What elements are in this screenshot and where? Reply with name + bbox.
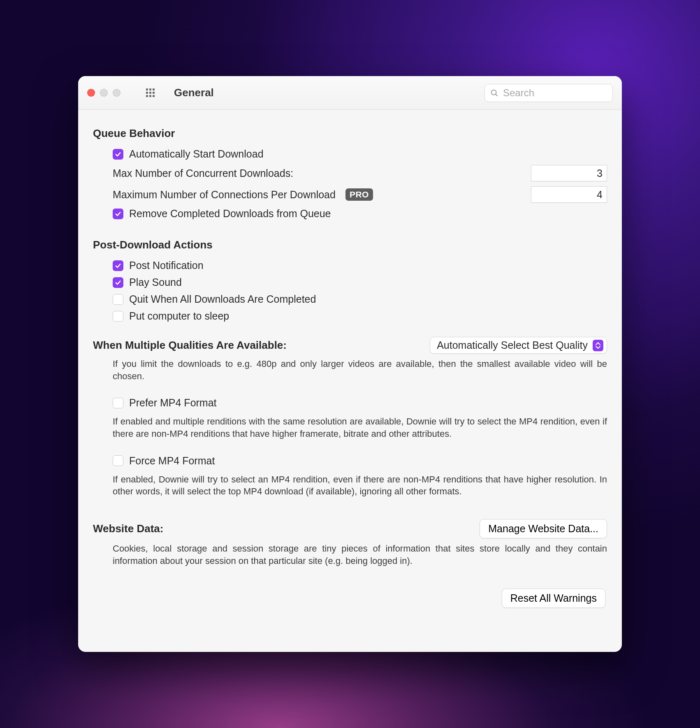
- checkbox-sleep[interactable]: [113, 311, 123, 322]
- help-force-mp4: If enabled, Downie will try to select an…: [93, 469, 607, 498]
- row-max-concurrent: Max Number of Concurrent Downloads:: [93, 162, 607, 184]
- label-sleep: Put computer to sleep: [129, 310, 229, 322]
- row-prefer-mp4: Prefer MP4 Format: [93, 394, 607, 411]
- section-quality-heading: When Multiple Qualities Are Available:: [93, 339, 287, 352]
- minimize-button[interactable]: [100, 89, 108, 97]
- section-post-heading: Post-Download Actions: [93, 239, 607, 251]
- help-quality: If you limit the downloads to e.g. 480p …: [93, 354, 607, 382]
- search-icon: [490, 88, 499, 97]
- row-play-sound: Play Sound: [93, 274, 607, 291]
- label-force-mp4: Force MP4 Format: [129, 455, 215, 467]
- svg-line-1: [496, 94, 497, 95]
- titlebar: General: [78, 76, 622, 110]
- section-website-heading: Website Data:: [93, 522, 163, 535]
- checkbox-post-notification[interactable]: [113, 260, 123, 271]
- check-icon: [114, 262, 122, 269]
- pro-badge: PRO: [345, 188, 373, 201]
- label-max-connections: Maximum Number of Connections Per Downlo…: [113, 189, 336, 201]
- row-post-notification: Post Notification: [93, 257, 607, 274]
- label-quit-when-done: Quit When All Downloads Are Completed: [129, 293, 316, 305]
- row-max-connections: Maximum Number of Connections Per Downlo…: [93, 184, 607, 205]
- zoom-button[interactable]: [113, 89, 121, 97]
- reset-warnings-button[interactable]: Reset All Warnings: [502, 589, 605, 608]
- label-play-sound: Play Sound: [129, 276, 182, 288]
- row-remove-completed: Remove Completed Downloads from Queue: [93, 205, 607, 222]
- section-queue-heading: Queue Behavior: [93, 127, 607, 140]
- label-prefer-mp4: Prefer MP4 Format: [129, 397, 217, 409]
- search-field[interactable]: [484, 84, 613, 102]
- window-title: General: [174, 86, 214, 99]
- label-post-notification: Post Notification: [129, 260, 204, 271]
- checkbox-auto-start[interactable]: [113, 149, 123, 160]
- content: Queue Behavior Automatically Start Downl…: [78, 110, 622, 620]
- preferences-window: General Queue Behavior Automatically Sta…: [78, 76, 622, 652]
- check-icon: [114, 210, 122, 218]
- label-auto-start: Automatically Start Download: [129, 148, 264, 160]
- checkbox-remove-completed[interactable]: [113, 209, 123, 219]
- row-website-header: Website Data: Manage Website Data...: [93, 519, 607, 538]
- label-max-concurrent: Max Number of Concurrent Downloads:: [113, 167, 293, 179]
- window-controls: [87, 89, 121, 97]
- show-all-icon[interactable]: [144, 87, 156, 99]
- row-sleep: Put computer to sleep: [93, 308, 607, 325]
- quality-select-value: Automatically Select Best Quality: [437, 339, 588, 351]
- checkbox-prefer-mp4[interactable]: [113, 398, 123, 408]
- check-icon: [114, 151, 122, 158]
- row-quality-header: When Multiple Qualities Are Available: A…: [93, 337, 607, 354]
- checkbox-force-mp4[interactable]: [113, 455, 123, 466]
- manage-website-data-button[interactable]: Manage Website Data...: [480, 519, 607, 538]
- row-force-mp4: Force MP4 Format: [93, 452, 607, 469]
- check-icon: [114, 279, 122, 286]
- input-max-connections[interactable]: [531, 186, 607, 203]
- search-input[interactable]: [503, 87, 607, 99]
- checkbox-play-sound[interactable]: [113, 277, 123, 288]
- input-max-concurrent[interactable]: [531, 165, 607, 181]
- close-button[interactable]: [87, 89, 95, 97]
- label-remove-completed: Remove Completed Downloads from Queue: [129, 208, 331, 220]
- quality-select[interactable]: Automatically Select Best Quality: [430, 337, 607, 354]
- help-website: Cookies, local storage and session stora…: [93, 538, 607, 567]
- row-quit-when-done: Quit When All Downloads Are Completed: [93, 291, 607, 308]
- svg-point-0: [491, 90, 496, 95]
- select-stepper-icon: [593, 340, 603, 351]
- help-prefer-mp4: If enabled and multiple renditions with …: [93, 411, 607, 440]
- checkbox-quit-when-done[interactable]: [113, 294, 123, 305]
- row-auto-start: Automatically Start Download: [93, 146, 607, 162]
- footer: Reset All Warnings: [93, 567, 607, 608]
